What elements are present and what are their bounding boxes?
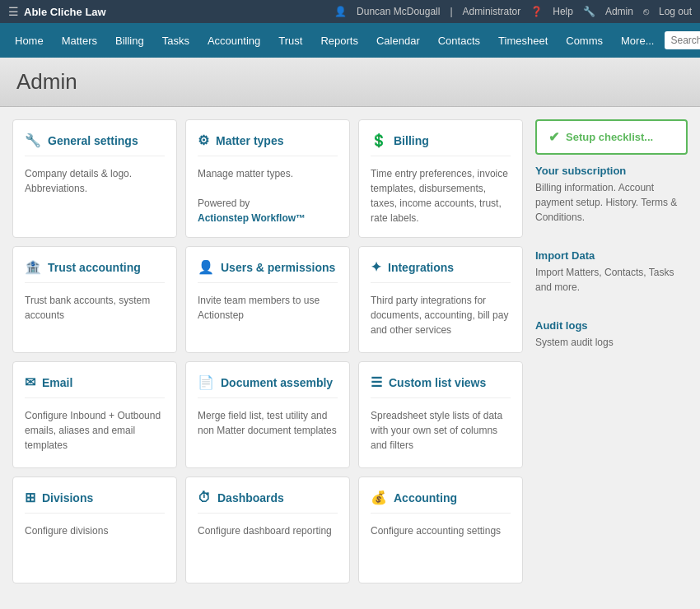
card-document-assembly[interactable]: Document assembly Merge field list, test… [185,361,350,468]
subscription-link[interactable]: Your subscription [535,165,688,177]
audit-link[interactable]: Audit logs [535,319,688,332]
subscription-desc: Billing information. Account payment set… [535,180,688,225]
sidebar: ✔ Setup checklist... Your subscription B… [535,119,688,583]
card-body-billing: Time entry preferences, invoice template… [371,166,511,225]
dashboards-icon [198,489,211,506]
setup-checklist-label: Setup checklist... [566,131,653,143]
card-billing[interactable]: Billing Time entry preferences, invoice … [358,119,523,238]
card-title-billing: Billing [371,132,511,156]
audit-desc: System audit logs [535,335,688,350]
admin-link[interactable]: Admin [605,6,633,17]
hamburger-icon[interactable]: ☰ [8,5,19,18]
wrench-icon [25,132,41,149]
help-link[interactable]: Help [553,6,573,17]
nav-billing[interactable]: Billing [107,23,152,58]
card-label-billing: Billing [394,134,429,147]
card-body-matter: Manage matter types. Powered by Actionst… [198,166,338,225]
card-body-trust: Trust bank accounts, system accounts [25,293,165,323]
card-custom-list-views[interactable]: Custom list views Spreadsheet style list… [358,361,523,468]
nav-reports[interactable]: Reports [312,23,366,58]
billing-icon [371,132,387,149]
card-body-dashboards: Configure dashboard reporting [198,523,338,538]
nav-search-area: 🔍 + [665,29,701,52]
logout-icon: ⎋ [643,6,649,17]
card-label-divisions: Divisions [42,491,93,504]
nav-timesheet[interactable]: Timesheet [490,23,556,58]
card-body-integrations: Third party integrations for documents, … [371,293,511,337]
card-trust-accounting[interactable]: Trust accounting Trust bank accounts, sy… [12,246,177,353]
trust-icon [25,258,41,276]
card-body-divisions: Configure divisions [25,523,165,538]
card-title-email: Email [25,374,165,398]
card-title-matter: Matter types [198,132,338,156]
card-dashboards[interactable]: Dashboards Configure dashboard reporting [185,477,350,583]
subscription-section: Your subscription Billing information. A… [535,165,688,233]
nav-matters[interactable]: Matters [54,23,105,58]
card-label-accounting: Accounting [394,491,457,504]
card-title-dashboards: Dashboards [198,489,338,514]
card-general-settings[interactable]: General settings Company details & logo.… [12,119,177,238]
card-title-trust: Trust accounting [25,258,165,283]
user-avatar-icon: 👤 [334,6,347,17]
card-title-users: Users & permissions [198,258,338,283]
card-label-general: General settings [48,134,138,147]
wrench-icon: 🔧 [583,6,595,17]
card-email[interactable]: Email Configure Inbound + Outbound email… [12,361,177,468]
card-label-users: Users & permissions [221,261,335,274]
card-label-matter: Matter types [216,134,283,147]
nav-trust[interactable]: Trust [270,23,310,58]
card-users-permissions[interactable]: Users & permissions Invite team members … [185,246,350,353]
nav-calendar[interactable]: Calendar [368,23,428,58]
list-icon [371,374,382,391]
card-divisions[interactable]: Divisions Configure divisions [12,477,177,583]
card-body-general: Company details & logo. Abbreviations. [25,166,165,196]
search-input[interactable] [665,31,701,49]
actionstep-link[interactable]: Actionstep Workflow™ [198,212,306,224]
card-label-trust: Trust accounting [48,261,141,274]
card-body-email: Configure Inbound + Outbound emails, ali… [25,408,165,453]
nav-tasks[interactable]: Tasks [154,23,198,58]
card-title-list: Custom list views [371,374,511,398]
audit-section: Audit logs System audit logs [535,319,688,358]
nav-accounting[interactable]: Accounting [199,23,268,58]
top-bar-right: 👤 Duncan McDougall | Administrator ❓ Hel… [334,6,692,17]
card-label-list: Custom list views [389,376,486,389]
cards-grid: General settings Company details & logo.… [12,119,523,583]
card-body-docs: Merge field list, test utility and non M… [198,408,338,438]
nav-contacts[interactable]: Contacts [430,23,488,58]
main-content: General settings Company details & logo.… [0,107,700,596]
card-matter-types[interactable]: Matter types Manage matter types. Powere… [185,119,350,238]
setup-checklist-button[interactable]: ✔ Setup checklist... [535,119,688,155]
docs-icon [198,374,214,391]
accounting-icon [371,489,387,506]
card-label-dashboards: Dashboards [217,491,284,504]
card-title-integrations: Integrations [371,258,511,283]
card-title-general: General settings [25,132,165,156]
card-title-docs: Document assembly [198,374,338,398]
card-integrations[interactable]: Integrations Third party integrations fo… [358,246,523,353]
user-role-separator: | [450,6,452,17]
logout-link[interactable]: Log out [659,6,692,17]
integration-icon [371,258,381,276]
import-link[interactable]: Import Data [535,249,688,262]
import-desc: Import Matters, Contacts, Tasks and more… [535,265,688,295]
card-body-users: Invite team members to use Actionstep [198,293,338,323]
card-label-email: Email [42,376,72,389]
top-bar: ☰ Able Cliche Law 👤 Duncan McDougall | A… [0,0,700,23]
card-body-list: Spreadsheet style lists of data with you… [371,408,511,453]
nav-comms[interactable]: Comms [558,23,611,58]
matter-icon [198,132,209,149]
nav-home[interactable]: Home [7,23,52,58]
help-icon: ❓ [530,6,543,17]
card-accounting[interactable]: Accounting Configure accounting settings [358,477,523,583]
nav-more[interactable]: More... [613,23,662,58]
company-name: Able Cliche Law [24,6,106,18]
nav-bar: Home Matters Billing Tasks Accounting Tr… [0,23,700,58]
page-title: Admin [16,69,684,95]
user-role: Administrator [463,6,521,17]
card-title-accounting: Accounting [371,489,511,514]
divisions-icon [25,489,35,506]
email-icon [25,374,35,391]
card-body-accounting: Configure accounting settings [371,523,511,538]
card-label-docs: Document assembly [221,376,333,389]
